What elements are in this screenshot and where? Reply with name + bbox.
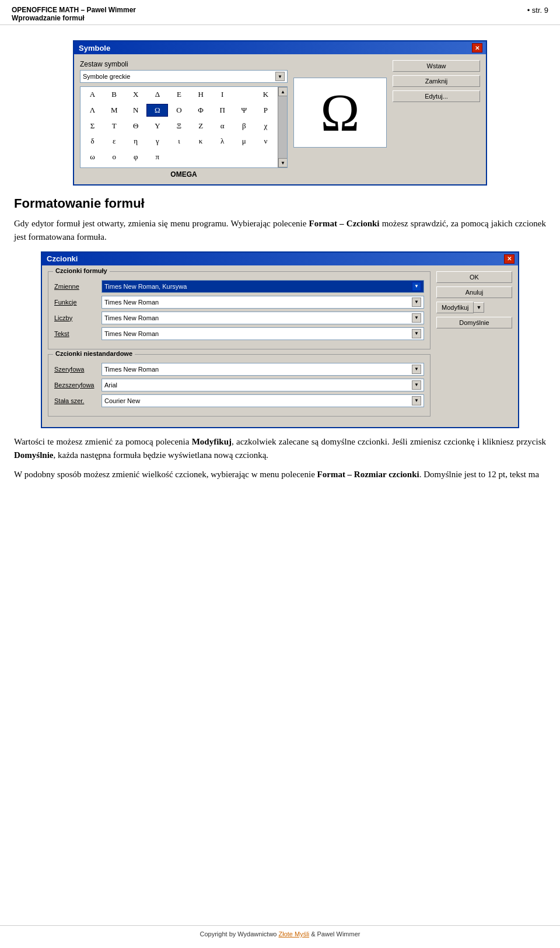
symbol-cell[interactable]: ε xyxy=(103,135,125,148)
stala-szer-label: Stała szer. xyxy=(54,397,98,404)
symbol-cell[interactable]: ο xyxy=(103,151,125,163)
symbol-cell[interactable]: Χ xyxy=(125,88,146,101)
zmienne-combo-arrow[interactable]: ▼ xyxy=(412,282,421,291)
symbol-cell[interactable]: Ο xyxy=(168,104,190,117)
symbol-cell[interactable]: ν xyxy=(255,135,276,148)
tekst-row: Tekst Times New Roman ▼ xyxy=(54,327,424,340)
omega-char: Ω xyxy=(321,83,360,143)
funkcje-row: Funkcje Times New Roman ▼ xyxy=(54,296,424,309)
symbol-name-label: OMEGA xyxy=(80,170,288,179)
symbol-cell[interactable]: κ xyxy=(190,135,212,148)
symbol-cell[interactable]: Ψ xyxy=(233,104,255,117)
czcionki-close-button[interactable]: ✕ xyxy=(504,254,514,264)
symbol-grid-scrollbar[interactable]: ▲ ▼ xyxy=(278,87,287,167)
symbol-cell[interactable]: Ν xyxy=(125,104,146,117)
funkcje-combo[interactable]: Times New Roman ▼ xyxy=(102,296,424,309)
symbol-cell[interactable]: ω xyxy=(82,151,103,163)
liczby-value: Times New Roman xyxy=(104,314,159,321)
symbol-cell[interactable]: Δ xyxy=(146,88,168,101)
symbol-cell[interactable]: Ζ xyxy=(190,120,212,132)
symbol-cell[interactable]: Ι xyxy=(212,88,233,101)
liczby-combo-arrow[interactable]: ▼ xyxy=(412,313,421,323)
symbole-close-button[interactable]: ✕ xyxy=(472,43,482,53)
symbol-cell[interactable]: Ξ xyxy=(168,120,190,132)
stala-szer-combo-arrow[interactable]: ▼ xyxy=(412,396,421,405)
scrollbar-up-button[interactable]: ▲ xyxy=(278,87,288,96)
tekst-value: Times New Roman xyxy=(104,330,159,337)
symbole-title: Symbole xyxy=(79,44,110,53)
symbol-cell[interactable]: Θ xyxy=(125,120,146,132)
symbole-dialog: Symbole ✕ Zestaw symboli Symbole greckie… xyxy=(73,40,487,186)
bezszeryfowa-combo[interactable]: Arial ▼ xyxy=(102,379,424,391)
szeryfowa-row: Szeryfowa Times New Roman ▼ xyxy=(54,363,424,376)
ok-button[interactable]: OK xyxy=(436,271,512,283)
symbol-cell[interactable]: ι xyxy=(168,135,190,148)
czcionki-formuly-rows: Zmienne Times New Roman, Kursywa ▼ Funkc… xyxy=(54,280,424,340)
symbol-cell-omega-selected[interactable]: Ω xyxy=(146,104,168,117)
czcionki-left-panel: Czcionki formuły Zmienne Times New Roman… xyxy=(48,271,430,421)
tekst-combo[interactable]: Times New Roman ▼ xyxy=(102,327,424,340)
symbol-cell[interactable]: π xyxy=(146,151,168,163)
symbol-cell[interactable]: Σ xyxy=(82,120,103,132)
bezszeryfowa-label: Bezszeryfowa xyxy=(54,382,98,389)
symbol-cell[interactable]: φ xyxy=(125,151,146,163)
stala-szer-combo[interactable]: Courier New ▼ xyxy=(102,394,424,407)
funkcje-value: Times New Roman xyxy=(104,299,159,306)
wstaw-button[interactable]: Wstaw xyxy=(393,60,480,72)
symbol-cell[interactable]: Β xyxy=(103,88,125,101)
symbol-cell[interactable] xyxy=(233,88,255,101)
symbol-cell[interactable]: η xyxy=(125,135,146,148)
anuluj-button[interactable]: Anuluj xyxy=(436,286,512,298)
czcionki-niestandardowe-legend: Czcionki niestandardowe xyxy=(53,350,135,357)
zmienne-combo[interactable]: Times New Roman, Kursywa ▼ xyxy=(102,280,424,293)
symbol-cell[interactable]: α xyxy=(212,120,233,132)
symbol-cell[interactable]: Η xyxy=(190,88,212,101)
symbol-cell[interactable]: Τ xyxy=(103,120,125,132)
symbole-left-panel: Zestaw symboli Symbole greckie ▼ Α Β Χ Δ… xyxy=(80,60,288,179)
symbol-cell[interactable]: γ xyxy=(146,135,168,148)
symbole-buttons-panel: Wstaw Zamknij Edytuj... xyxy=(393,60,480,179)
header-left: OPENOFFICE MATH – Pawel Wimmer Wprowadza… xyxy=(12,6,136,22)
symbol-cell[interactable]: Μ xyxy=(103,104,125,117)
page-header: OPENOFFICE MATH – Pawel Wimmer Wprowadza… xyxy=(0,0,560,25)
scrollbar-down-button[interactable]: ▼ xyxy=(278,158,288,167)
szeryfowa-combo[interactable]: Times New Roman ▼ xyxy=(102,363,424,376)
szeryfowa-combo-arrow[interactable]: ▼ xyxy=(412,365,421,374)
tekst-label: Tekst xyxy=(54,330,98,337)
footer-link[interactable]: Złote Myśli xyxy=(279,930,310,937)
modyfikuj-button[interactable]: Modyfikuj xyxy=(436,302,474,313)
tekst-combo-arrow[interactable]: ▼ xyxy=(412,329,421,338)
symbol-cell[interactable]: Λ xyxy=(82,104,103,117)
symbol-cell[interactable]: Ε xyxy=(168,88,190,101)
edytuj-button[interactable]: Edytuj... xyxy=(393,90,480,102)
header-page: • str. 9 xyxy=(527,6,548,15)
symbol-cell[interactable]: Π xyxy=(212,104,233,117)
zestaw-combo[interactable]: Symbole greckie ▼ xyxy=(80,70,288,83)
modyfikuj-dropdown-arrow[interactable]: ▼ xyxy=(474,302,484,313)
symbol-cell[interactable]: λ xyxy=(212,135,233,148)
symbol-cell[interactable]: Υ xyxy=(146,120,168,132)
zestaw-label: Zestaw symboli xyxy=(80,60,288,68)
zmienne-row: Zmienne Times New Roman, Kursywa ▼ xyxy=(54,280,424,293)
symbol-cell[interactable]: Ρ xyxy=(255,104,276,117)
czcionki-niestandardowe-group: Czcionki niestandardowe Szeryfowa Times … xyxy=(48,354,430,417)
header-title: OPENOFFICE MATH – Pawel Wimmer xyxy=(12,6,136,14)
symbol-cell[interactable]: μ xyxy=(233,135,255,148)
omega-preview: Ω xyxy=(293,78,387,148)
funkcje-combo-arrow[interactable]: ▼ xyxy=(412,298,421,307)
symbol-cell[interactable]: Κ xyxy=(255,88,276,101)
liczby-combo[interactable]: Times New Roman ▼ xyxy=(102,312,424,324)
liczby-label: Liczby xyxy=(54,314,98,321)
domyslnie-button[interactable]: Domyślnie xyxy=(436,317,512,328)
symbol-cell[interactable]: Φ xyxy=(190,104,212,117)
bezszeryfowa-combo-arrow[interactable]: ▼ xyxy=(412,380,421,390)
symbol-cell[interactable]: χ xyxy=(255,120,276,132)
symbol-cell[interactable]: Α xyxy=(82,88,103,101)
zamknij-button[interactable]: Zamknij xyxy=(393,75,480,87)
czcionki-buttons-panel: OK Anuluj Modyfikuj ▼ Domyślnie xyxy=(436,271,512,421)
symbol-cell[interactable]: β xyxy=(233,120,255,132)
zestaw-combo-arrow[interactable]: ▼ xyxy=(275,72,285,81)
czcionki-formuly-legend: Czcionki formuły xyxy=(53,267,110,274)
zmienne-value: Times New Roman, Kursywa xyxy=(104,283,187,290)
symbol-cell[interactable]: δ xyxy=(82,135,103,148)
